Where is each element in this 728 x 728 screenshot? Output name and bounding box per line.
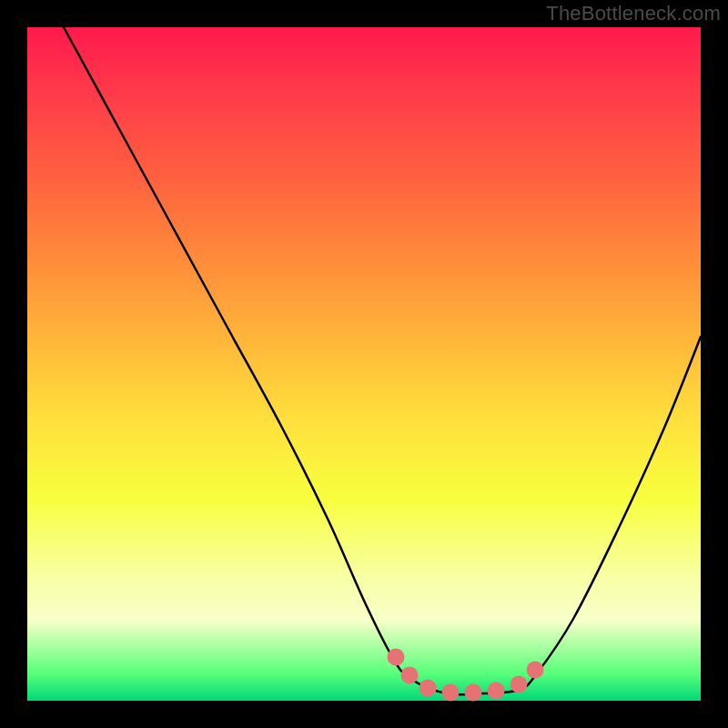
bottleneck-curve	[64, 27, 701, 695]
marker-dot	[488, 682, 505, 700]
marker-dot	[420, 680, 437, 697]
marker-dot	[388, 649, 405, 666]
chart-frame: TheBottleneck.com	[0, 0, 728, 728]
curve-layer	[27, 27, 701, 701]
marker-dot	[401, 667, 419, 684]
marker-dot	[511, 676, 528, 693]
watermark-text: TheBottleneck.com	[546, 2, 721, 25]
marker-dot	[442, 684, 460, 702]
marker-dot	[527, 662, 544, 679]
highlight-markers	[388, 649, 544, 702]
marker-dot	[465, 684, 482, 702]
